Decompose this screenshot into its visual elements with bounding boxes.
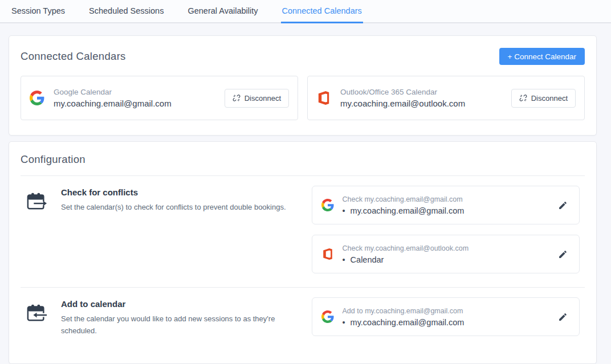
calendar-export-icon [27, 193, 47, 212]
tab-scheduled-sessions[interactable]: Scheduled Sessions [88, 0, 165, 23]
account-text: Google Calendar my.coaching.email@gmail.… [54, 88, 172, 108]
add-to-calendar-section: Add to calendar Set the calendar you wou… [9, 288, 596, 351]
configuration-card: Configuration Check for conflicts Set th… [9, 141, 597, 364]
section-description: Set the calendar(s) to check for conflic… [61, 201, 312, 213]
config-label: Check my.coaching.email@gmail.com [343, 195, 465, 203]
account-name: Outlook/Office 365 Calendar [340, 88, 465, 96]
config-value: Calendar [343, 255, 469, 264]
edit-button[interactable] [556, 310, 570, 324]
unlink-icon [233, 94, 241, 102]
office-icon [321, 248, 334, 260]
account-email: my.coaching.email@gmail.com [54, 99, 172, 108]
google-icon [30, 91, 44, 105]
disconnect-label: Disconnect [531, 94, 568, 103]
section-title: Add to calendar [61, 299, 312, 309]
tab-general-availability[interactable]: General Availability [186, 0, 259, 23]
disconnect-outlook-button[interactable]: Disconnect [511, 89, 576, 108]
config-value: my.coaching.email@gmail.com [343, 206, 465, 215]
disconnect-label: Disconnect [245, 94, 281, 103]
section-config-boxes: Add to my.coaching.email@gmail.com my.co… [312, 297, 580, 336]
tab-bar: Session Types Scheduled Sessions General… [0, 0, 611, 23]
pencil-icon [558, 250, 568, 259]
config-text: Check my.coaching.email@gmail.com my.coa… [343, 195, 465, 215]
disconnect-google-button[interactable]: Disconnect [225, 89, 289, 108]
connected-accounts-row: Google Calendar my.coaching.email@gmail.… [21, 76, 585, 120]
connected-calendars-card: Connected Calendars + Connect Calendar G… [9, 35, 597, 136]
section-text: Check for conflicts Set the calendar(s) … [61, 186, 312, 213]
google-conflict-config-box: Check my.coaching.email@gmail.com my.coa… [312, 186, 580, 224]
unlink-icon [519, 94, 527, 102]
connected-calendars-header: Connected Calendars + Connect Calendar [21, 48, 585, 65]
edit-button[interactable] [556, 247, 570, 261]
check-for-conflicts-section: Check for conflicts Set the calendar(s) … [9, 176, 596, 287]
connected-calendars-title: Connected Calendars [21, 50, 126, 63]
section-config-boxes: Check my.coaching.email@gmail.com my.coa… [312, 186, 580, 273]
google-icon [321, 199, 334, 211]
calendar-import-icon [27, 304, 47, 324]
section-title: Check for conflicts [61, 187, 312, 197]
outlook-account-card: Outlook/Office 365 Calendar my.coaching.… [307, 76, 585, 120]
pencil-icon [558, 312, 568, 322]
outlook-conflict-config-box: Check my.coaching.email@outlook.com Cale… [312, 235, 580, 273]
connect-calendar-button[interactable]: + Connect Calendar [499, 48, 585, 65]
tab-connected-calendars[interactable]: Connected Calendars [281, 0, 363, 23]
config-text: Check my.coaching.email@outlook.com Cale… [343, 244, 469, 264]
config-value: my.coaching.email@gmail.com [343, 318, 465, 327]
google-add-config-box: Add to my.coaching.email@gmail.com my.co… [312, 297, 580, 336]
section-text: Add to calendar Set the calendar you wou… [61, 297, 312, 337]
section-description: Set the calendar you would like to add n… [61, 313, 312, 337]
configuration-title: Configuration [9, 153, 596, 166]
config-label: Add to my.coaching.email@gmail.com [343, 307, 465, 315]
account-text: Outlook/Office 365 Calendar my.coaching.… [340, 88, 465, 108]
tab-session-types[interactable]: Session Types [10, 0, 66, 23]
config-text: Add to my.coaching.email@gmail.com my.co… [343, 307, 465, 327]
edit-button[interactable] [556, 198, 570, 212]
account-email: my.coaching.email@outlook.com [340, 99, 465, 108]
google-icon [321, 310, 334, 323]
google-account-card: Google Calendar my.coaching.email@gmail.… [21, 76, 298, 120]
pencil-icon [558, 201, 568, 210]
config-label: Check my.coaching.email@outlook.com [343, 244, 469, 252]
office-icon [316, 91, 331, 105]
account-name: Google Calendar [54, 88, 172, 96]
